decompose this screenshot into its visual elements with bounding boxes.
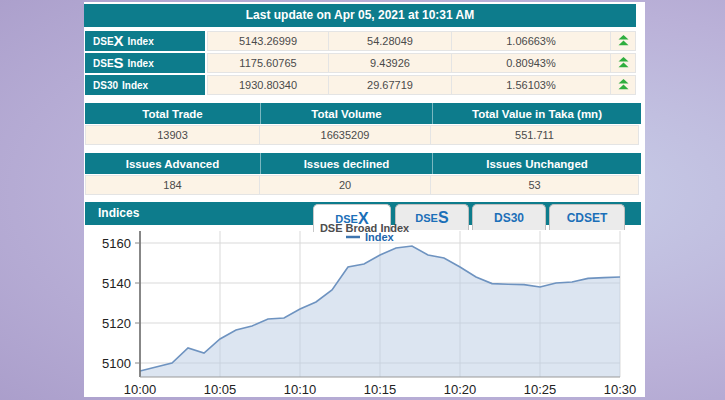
page-background: Last update on Apr 05, 2021 at 10:31 AM … (0, 0, 725, 400)
totals-table: Total Trade Total Volume Total Value in … (85, 103, 641, 146)
x-tick-label: 10:05 (204, 382, 237, 397)
x-tick-label: 10:00 (124, 382, 157, 397)
issues-declined-value: 20 (259, 175, 431, 195)
x-tick-label: 10:15 (364, 382, 397, 397)
double-up-arrow-icon (610, 53, 636, 73)
index-percent: 0.80943% (451, 53, 611, 73)
y-tick-label: 5120 (102, 316, 131, 331)
index-value: 1175.60765 (207, 53, 329, 73)
x-tick-label: 10:25 (524, 382, 557, 397)
index-value: 5143.26999 (207, 31, 329, 51)
table-row: DS30Index 1930.80340 29.67719 1.56103% (85, 75, 641, 95)
index-change: 54.28049 (328, 31, 452, 51)
index-percent: 1.06663% (451, 31, 611, 51)
column-header: Total Volume (260, 103, 432, 124)
y-tick-label: 5140 (102, 276, 131, 291)
index-name-ds30: DS30Index (85, 75, 205, 95)
x-tick-label: 10:30 (604, 382, 637, 397)
index-name-dses: DSESIndex (85, 53, 205, 73)
index-area-chart: 516051405120510010:0010:0510:1010:1510:2… (84, 227, 644, 399)
index-percent: 1.56103% (451, 75, 611, 95)
chart-title: DSE Broad Index (84, 222, 645, 234)
y-tick-label: 5100 (102, 356, 131, 371)
issues-advanced-value: 184 (85, 175, 260, 195)
column-header: Total Trade (85, 103, 260, 124)
totals-header-row: Total Trade Total Volume Total Value in … (85, 103, 641, 124)
totals-values-row: 13903 16635209 551.711 (85, 125, 641, 145)
total-value-taka: 551.711 (430, 125, 639, 145)
total-volume-value: 16635209 (259, 125, 431, 145)
column-header: Total Value in Taka (mn) (432, 103, 641, 124)
chart-area-fill (140, 246, 620, 377)
double-up-arrow-icon (610, 31, 636, 51)
indices-summary-table: DSEXIndex 5143.26999 54.28049 1.06663% D… (85, 31, 641, 97)
y-tick-label: 5160 (102, 236, 131, 251)
column-header: Issues Advanced (85, 153, 260, 174)
index-name-dsex: DSEXIndex (85, 31, 205, 51)
issues-values-row: 184 20 53 (85, 175, 641, 195)
column-header: Issues declined (260, 153, 432, 174)
index-change: 9.43926 (328, 53, 452, 73)
main-panel: Last update on Apr 05, 2021 at 10:31 AM … (84, 2, 645, 397)
table-row: DSESIndex 1175.60765 9.43926 0.80943% (85, 53, 641, 73)
x-tick-label: 10:20 (444, 382, 477, 397)
index-value: 1930.80340 (207, 75, 329, 95)
table-row: DSEXIndex 5143.26999 54.28049 1.06663% (85, 31, 641, 51)
x-tick-label: 10:10 (284, 382, 317, 397)
column-header: Issues Unchanged (432, 153, 641, 174)
issues-table: Issues Advanced Issues declined Issues U… (85, 153, 641, 196)
total-trade-value: 13903 (85, 125, 260, 145)
last-update-banner: Last update on Apr 05, 2021 at 10:31 AM (84, 4, 636, 27)
double-up-arrow-icon (610, 75, 636, 95)
index-change: 29.67719 (328, 75, 452, 95)
issues-header-row: Issues Advanced Issues declined Issues U… (85, 153, 641, 174)
issues-unchanged-value: 53 (430, 175, 639, 195)
